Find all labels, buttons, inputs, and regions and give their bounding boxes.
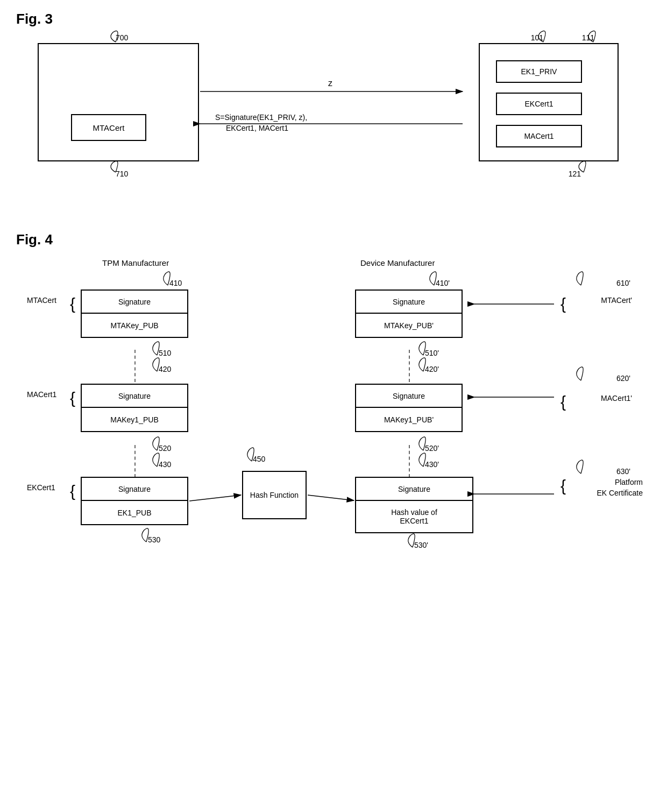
dashed-510-right bbox=[409, 350, 410, 382]
ref-111: 111 bbox=[582, 33, 594, 42]
svg-text:z: z bbox=[328, 79, 332, 88]
macert1-brace-symbol-left: { bbox=[70, 389, 75, 407]
mtacert-sig-left: Signature bbox=[81, 290, 188, 314]
ref-530-left: 530 bbox=[148, 535, 160, 544]
svg-line-9 bbox=[189, 495, 241, 501]
ref-520-right: 520' bbox=[425, 444, 439, 453]
macert1-sig-left: Signature bbox=[81, 384, 188, 408]
box-101: EK1_PRIV EKCert1 MACert1 bbox=[479, 43, 619, 161]
mtacert-block-left: Signature MTAKey_PUB bbox=[81, 290, 188, 338]
platform-sig-right: Signature bbox=[355, 477, 473, 501]
platform-brace-symbol-right: } bbox=[560, 477, 566, 495]
ref-420-right: 420' bbox=[425, 365, 439, 373]
mtacert-brace-right: MTACert' bbox=[601, 296, 632, 305]
device-manufacturer-header: Device Manufacturer bbox=[360, 258, 435, 267]
ref-420-left: 420 bbox=[159, 365, 171, 373]
ek1priv-box: EK1_PRIV bbox=[496, 60, 582, 83]
platform-key-right: Hash value of EKCert1 bbox=[355, 501, 473, 533]
ekcert1-brace-left: EKCert1 bbox=[27, 483, 55, 492]
svg-text:S=Signature(EK1_PRIV, z),: S=Signature(EK1_PRIV, z), bbox=[215, 113, 307, 122]
ekcert1-block-left: Signature EK1_PUB bbox=[81, 477, 188, 525]
hash-function-box: Hash Function bbox=[242, 471, 307, 519]
ref-510-right: 510' bbox=[425, 349, 439, 357]
macert1-brace-left: MACert1 bbox=[27, 390, 56, 399]
mtacert-box: MTACert bbox=[71, 114, 146, 141]
ref-510-left: 510 bbox=[159, 349, 171, 357]
mtacert-brace-symbol-right: } bbox=[560, 295, 566, 313]
ref-630: 630' bbox=[616, 467, 630, 476]
dashed-520-left bbox=[134, 445, 136, 477]
ekcert1-sig-left: Signature bbox=[81, 477, 188, 501]
ref-610: 610' bbox=[616, 279, 630, 287]
ref-530-right: 530' bbox=[414, 541, 428, 549]
ref-121: 121 bbox=[569, 170, 581, 178]
fig3-label: Fig. 3 bbox=[16, 11, 53, 27]
figure-3: Fig. 3 700 MTACert 710 111 EK1_PRIV EKCe… bbox=[16, 11, 651, 215]
mtacert-block-right: Signature MTAKey_PUB' bbox=[355, 290, 463, 338]
platform-ek-block-right: Signature Hash value of EKCert1 bbox=[355, 477, 473, 533]
platform-label1: Platform bbox=[615, 478, 643, 486]
ref-101: 101 bbox=[531, 33, 543, 42]
mtacert-sig-right: Signature bbox=[355, 290, 463, 314]
tpm-manufacturer-header: TPM Manufacturer bbox=[102, 258, 169, 267]
mtacert-brace-symbol-left: { bbox=[70, 295, 75, 313]
ref-430-right: 430' bbox=[425, 460, 439, 469]
ekcert1-box: EKCert1 bbox=[496, 93, 582, 115]
ekcert1-key-left: EK1_PUB bbox=[81, 501, 188, 525]
mtacert-key-left: MTAKey_PUB bbox=[81, 314, 188, 338]
svg-text:EKCert1, MACert1: EKCert1, MACert1 bbox=[226, 124, 288, 132]
macert1-block-right: Signature MAKey1_PUB' bbox=[355, 384, 463, 432]
platform-label2: EK Certificate bbox=[597, 489, 643, 497]
macert1-box: MACert1 bbox=[496, 125, 582, 147]
mtacert-key-right: MTAKey_PUB' bbox=[355, 314, 463, 338]
ref-700: 700 bbox=[116, 33, 128, 42]
svg-line-10 bbox=[308, 495, 354, 500]
ref-410-left: 410 bbox=[169, 279, 182, 287]
box-700: MTACert bbox=[38, 43, 199, 161]
ref-450: 450 bbox=[253, 455, 265, 463]
dashed-510-left bbox=[134, 350, 136, 382]
macert1-sig-right: Signature bbox=[355, 384, 463, 408]
figure-4: Fig. 4 TPM Manufacturer Device Manufactu… bbox=[16, 231, 651, 802]
macert1-block-left: Signature MAKey1_PUB bbox=[81, 384, 188, 432]
macert1-key-left: MAKey1_PUB bbox=[81, 408, 188, 432]
macert1-brace-symbol-right: } bbox=[560, 393, 566, 411]
fig4-label: Fig. 4 bbox=[16, 231, 53, 248]
ref-520-left: 520 bbox=[159, 444, 171, 453]
ekcert1-brace-symbol-left: { bbox=[70, 482, 75, 500]
ref-430-left: 430 bbox=[159, 460, 171, 469]
macert1-brace-right: MACert1' bbox=[601, 394, 632, 403]
dashed-520-right bbox=[409, 445, 410, 477]
macert1-key-right: MAKey1_PUB' bbox=[355, 408, 463, 432]
mtacert-brace-left: MTACert bbox=[27, 296, 56, 305]
ref-410-right: 410' bbox=[436, 279, 450, 287]
ref-620: 620' bbox=[616, 374, 630, 383]
ref-710: 710 bbox=[116, 170, 128, 178]
